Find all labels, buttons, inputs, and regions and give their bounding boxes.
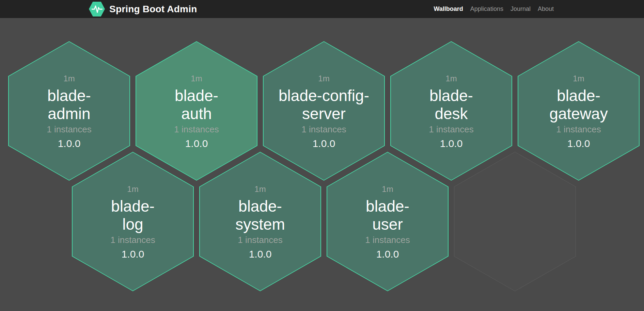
top-navbar: Spring Boot Admin WallboardApplicationsJ… <box>0 0 644 18</box>
hexagon-fill <box>518 42 639 180</box>
nav-item-wallboard[interactable]: Wallboard <box>434 5 463 13</box>
brand-title: Spring Boot Admin <box>109 4 197 15</box>
nav-item-applications[interactable]: Applications <box>470 5 503 13</box>
hexagon-fill <box>454 152 576 291</box>
hexagon-fill <box>9 42 129 180</box>
nav-item-journal[interactable]: Journal <box>511 5 531 13</box>
hexagon-fill <box>136 42 257 180</box>
brand-link[interactable]: Spring Boot Admin <box>89 0 197 18</box>
app-hexagon-blade-auth[interactable]: 1m blade- auth 1 instances 1.0.0 <box>136 41 257 181</box>
pulse-hexagon-icon <box>89 2 105 17</box>
nav-item-about[interactable]: About <box>538 5 554 13</box>
app-hexagon-blade-user[interactable]: 1m blade- user 1 instances 1.0.0 <box>327 152 449 291</box>
hexagon-fill <box>391 42 512 180</box>
empty-hexagon-slot <box>454 152 576 291</box>
app-hexagon-blade-log[interactable]: 1m blade- log 1 instances 1.0.0 <box>72 152 194 291</box>
hexagon-fill <box>200 152 320 291</box>
app-hexagon-blade-system[interactable]: 1m blade- system 1 instances 1.0.0 <box>199 152 321 291</box>
app-hexagon-blade-config-server[interactable]: 1m blade-config- server 1 instances 1.0.… <box>263 41 385 181</box>
app-hexagon-blade-admin[interactable]: 1m blade- admin 1 instances 1.0.0 <box>8 41 130 181</box>
wallboard: 1m blade- admin 1 instances 1.0.0 1m bla… <box>0 18 644 311</box>
hexagon-fill <box>73 152 193 291</box>
app-hexagon-blade-desk[interactable]: 1m blade- desk 1 instances 1.0.0 <box>390 41 512 181</box>
hexagon-fill <box>264 42 384 180</box>
hexagon-fill <box>327 152 448 291</box>
navbar-menu: WallboardApplicationsJournalAbout <box>434 0 554 18</box>
app-hexagon-blade-gateway[interactable]: 1m blade- gateway 1 instances 1.0.0 <box>518 41 640 181</box>
